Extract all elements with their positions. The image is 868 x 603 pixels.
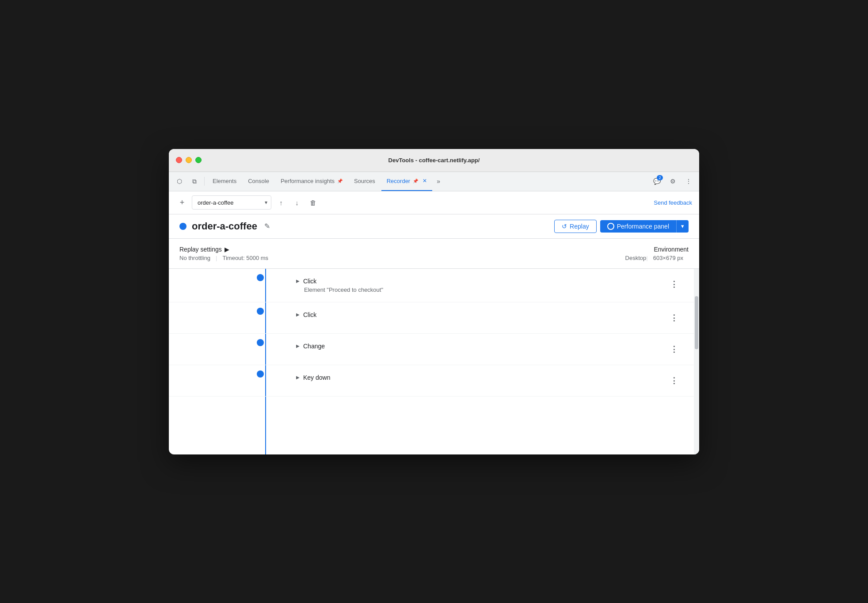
step-4-more-button[interactable]: ⋮ bbox=[666, 374, 681, 387]
step-1-header[interactable]: ▶ Click bbox=[296, 278, 666, 285]
resolution-value: 603×679 px bbox=[648, 255, 689, 261]
tabs-right: 💬 2 ⚙ ⋮ bbox=[650, 174, 696, 188]
delete-button[interactable]: 🗑 bbox=[307, 196, 319, 209]
pin-icon-recorder: 📌 bbox=[413, 179, 418, 183]
step-3-content: ▶ Change bbox=[275, 343, 666, 350]
settings-section: Replay settings ▶ No throttling | Timeou… bbox=[169, 239, 699, 269]
step-3-more-button[interactable]: ⋮ bbox=[666, 343, 681, 356]
step-4-header[interactable]: ▶ Key down bbox=[296, 374, 666, 381]
recording-title: order-a-coffee bbox=[192, 221, 257, 232]
step-2-dot bbox=[257, 308, 264, 315]
step-3-name: Change bbox=[303, 343, 325, 350]
recording-selector[interactable]: order-a-coffee ▾ bbox=[192, 195, 271, 210]
maximize-window-button[interactable] bbox=[195, 157, 202, 163]
tab-sources-label: Sources bbox=[354, 178, 375, 184]
import-icon: ↓ bbox=[295, 199, 299, 206]
minimize-window-button[interactable] bbox=[186, 157, 192, 163]
throttling-value: No throttling bbox=[179, 255, 216, 261]
step-1-name: Click bbox=[303, 278, 316, 285]
chevron-down-icon: ▾ bbox=[265, 199, 267, 206]
step-4-content: ▶ Key down bbox=[275, 374, 666, 381]
performance-panel-group: Performance panel ▾ bbox=[600, 220, 689, 233]
performance-panel-dropdown-button[interactable]: ▾ bbox=[676, 220, 689, 233]
steps-container: ▶ Click Element "Proceed to checkout" ⋮ … bbox=[169, 269, 699, 454]
tab-divider bbox=[204, 177, 205, 186]
tab-performance-insights[interactable]: Performance insights 📌 bbox=[275, 172, 348, 191]
devtools-window: DevTools - coffee-cart.netlify.app/ ⬡ ⧉ … bbox=[169, 149, 699, 454]
tab-console[interactable]: Console bbox=[243, 172, 274, 191]
environment-detail: Desktop | 603×679 px bbox=[625, 255, 689, 261]
tab-recorder[interactable]: Recorder 📌 ✕ bbox=[381, 172, 432, 191]
step-1-expand-icon: ▶ bbox=[296, 279, 300, 283]
cursor-icon-btn[interactable]: ⬡ bbox=[172, 174, 187, 188]
replay-settings-button[interactable]: Replay settings ▶ bbox=[179, 246, 274, 253]
plus-icon: + bbox=[180, 198, 185, 207]
step-4-expand-icon: ▶ bbox=[296, 375, 300, 380]
layers-icon: ⧉ bbox=[192, 178, 197, 185]
step-1-content: ▶ Click Element "Proceed to checkout" bbox=[275, 278, 666, 293]
scrollbar[interactable] bbox=[694, 269, 699, 454]
step-4-name: Key down bbox=[303, 374, 330, 381]
more-tabs-button[interactable]: » bbox=[433, 172, 444, 191]
window-title: DevTools - coffee-cart.netlify.app/ bbox=[388, 157, 480, 164]
more-options-button[interactable]: ⋮ bbox=[681, 174, 696, 188]
step-3: ▶ Change ⋮ bbox=[169, 334, 699, 365]
step-4-dot bbox=[257, 370, 264, 378]
send-feedback-link[interactable]: Send feedback bbox=[654, 199, 692, 206]
scrollbar-thumb[interactable] bbox=[695, 296, 698, 349]
layers-icon-btn[interactable]: ⧉ bbox=[187, 174, 202, 188]
step-2-name: Click bbox=[303, 311, 316, 318]
pin-icon: 📌 bbox=[337, 179, 343, 183]
timeout-value: Timeout: 5000 ms bbox=[217, 255, 274, 261]
recording-header: order-a-coffee ✎ ↺ Replay Performance pa… bbox=[169, 214, 699, 239]
step-1-dot bbox=[257, 274, 264, 281]
traffic-lights bbox=[176, 157, 202, 163]
header-actions: ↺ Replay Performance panel ▾ bbox=[554, 220, 689, 233]
step-2-content: ▶ Click bbox=[275, 311, 666, 318]
tab-sources[interactable]: Sources bbox=[349, 172, 381, 191]
environment-title: Environment bbox=[625, 246, 689, 253]
step-1-more-button[interactable]: ⋮ bbox=[666, 278, 681, 291]
settings-arrow-icon: ▶ bbox=[225, 246, 229, 253]
close-window-button[interactable] bbox=[176, 157, 182, 163]
step-1: ▶ Click Element "Proceed to checkout" ⋮ bbox=[169, 269, 699, 302]
settings-gear-icon: ⚙ bbox=[670, 178, 676, 185]
comments-button[interactable]: 💬 2 bbox=[650, 174, 664, 188]
settings-button[interactable]: ⚙ bbox=[666, 174, 680, 188]
step-3-expand-icon: ▶ bbox=[296, 343, 300, 348]
step-2-header[interactable]: ▶ Click bbox=[296, 311, 666, 318]
step-2: ▶ Click ⋮ bbox=[169, 302, 699, 334]
performance-panel-label: Performance panel bbox=[617, 223, 669, 230]
tab-elements-label: Elements bbox=[213, 178, 236, 184]
performance-panel-button[interactable]: Performance panel bbox=[600, 220, 676, 233]
recording-selector-name: order-a-coffee bbox=[198, 199, 261, 206]
comments-badge: 2 bbox=[657, 175, 663, 180]
tab-console-label: Console bbox=[248, 178, 269, 184]
replay-label: Replay bbox=[570, 223, 589, 230]
step-3-dot bbox=[257, 339, 264, 346]
dropdown-chevron-icon: ▾ bbox=[681, 223, 684, 229]
replay-settings-label: Replay settings bbox=[179, 246, 222, 253]
settings-left: Replay settings ▶ No throttling | Timeou… bbox=[179, 246, 274, 261]
settings-right: Environment Desktop | 603×679 px bbox=[625, 246, 689, 261]
replay-button[interactable]: ↺ Replay bbox=[554, 220, 597, 233]
step-4: ▶ Key down ⋮ bbox=[169, 365, 699, 397]
new-recording-button[interactable]: + bbox=[176, 196, 188, 209]
tab-elements[interactable]: Elements bbox=[207, 172, 242, 191]
tab-recorder-label: Recorder bbox=[387, 178, 410, 184]
recording-status-dot bbox=[179, 223, 187, 230]
export-button[interactable]: ↑ bbox=[275, 196, 287, 209]
more-vertical-icon: ⋮ bbox=[685, 178, 692, 185]
performance-icon bbox=[607, 223, 614, 230]
export-icon: ↑ bbox=[279, 199, 283, 206]
titlebar: DevTools - coffee-cart.netlify.app/ bbox=[169, 149, 699, 172]
tabs-bar: ⬡ ⧉ Elements Console Performance insight… bbox=[169, 172, 699, 191]
edit-pencil-icon[interactable]: ✎ bbox=[264, 222, 270, 230]
import-button[interactable]: ↓ bbox=[291, 196, 303, 209]
step-3-header[interactable]: ▶ Change bbox=[296, 343, 666, 350]
replay-icon: ↺ bbox=[562, 223, 567, 230]
cursor-icon: ⬡ bbox=[177, 178, 182, 185]
close-tab-icon[interactable]: ✕ bbox=[423, 178, 427, 184]
step-2-more-button[interactable]: ⋮ bbox=[666, 311, 681, 324]
step-2-expand-icon: ▶ bbox=[296, 312, 300, 317]
